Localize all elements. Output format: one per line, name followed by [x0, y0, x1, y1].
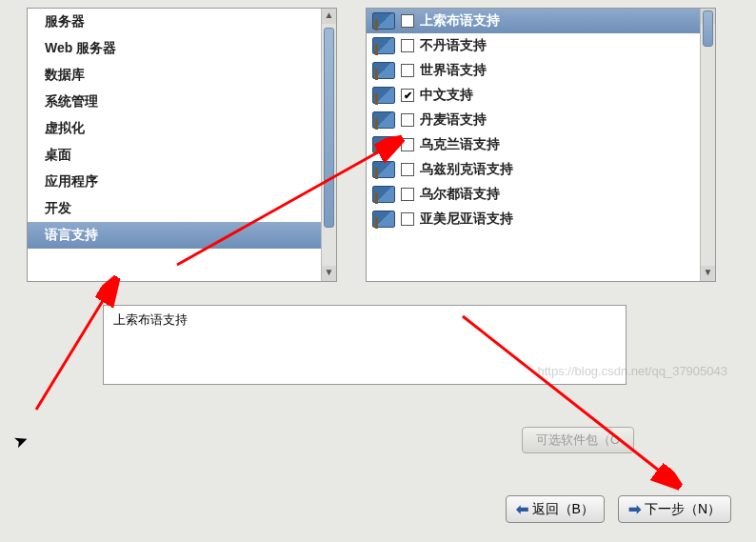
back-button[interactable]: ⬅ 返回（B）: [506, 495, 605, 523]
language-checkbox[interactable]: [401, 212, 414, 226]
category-item[interactable]: 系统管理: [28, 89, 336, 115]
scroll-down-icon[interactable]: ▼: [701, 266, 715, 281]
arrow-right-icon: ➡: [628, 500, 641, 518]
category-item[interactable]: Web 服务器: [28, 35, 336, 62]
language-item[interactable]: 乌克兰语支持: [367, 132, 715, 157]
category-item[interactable]: 应用程序: [28, 169, 336, 195]
flag-icon: [372, 37, 395, 54]
description-text: 上索布语支持: [113, 312, 188, 327]
flag-icon: [372, 87, 395, 104]
language-label: 丹麦语支持: [420, 111, 487, 129]
flag-icon: [372, 136, 395, 153]
category-item[interactable]: 桌面: [28, 142, 336, 169]
language-label: 中文支持: [420, 87, 473, 104]
category-item[interactable]: 服务器: [28, 9, 336, 35]
language-checkbox[interactable]: ✔: [401, 89, 414, 102]
cursor-icon: ➤: [10, 429, 31, 453]
scrollbar-right[interactable]: ▲ ▼: [700, 9, 715, 281]
language-checkbox[interactable]: [401, 14, 414, 28]
language-item[interactable]: 不丹语支持: [367, 33, 715, 58]
flag-icon: [372, 12, 395, 30]
flag-icon: [372, 161, 395, 178]
category-listbox[interactable]: 服务器Web 服务器数据库系统管理虚拟化桌面应用程序开发语言支持 ▲ ▼: [27, 8, 337, 282]
language-item[interactable]: 乌尔都语支持: [367, 182, 715, 207]
language-item[interactable]: 世界语支持: [367, 58, 715, 83]
language-label: 世界语支持: [420, 62, 487, 79]
language-checkbox[interactable]: [401, 64, 414, 77]
scrollbar-left[interactable]: ▲ ▼: [321, 9, 336, 281]
category-item[interactable]: 语言支持: [28, 222, 336, 249]
language-item[interactable]: 上索布语支持: [367, 9, 715, 33]
scroll-up-icon[interactable]: ▲: [322, 9, 336, 24]
flag-icon: [372, 211, 395, 228]
flag-icon: [372, 186, 395, 203]
language-label: 上索布语支持: [420, 12, 500, 30]
watermark-text: https://blog.csdn.net/qq_37905043: [538, 364, 728, 378]
category-item[interactable]: 开发: [28, 195, 336, 222]
scroll-thumb[interactable]: [324, 28, 334, 228]
next-button[interactable]: ➡ 下一步（N）: [618, 495, 731, 523]
language-label: 乌尔都语支持: [420, 186, 500, 203]
optional-packages-button[interactable]: 可选软件包（O: [522, 427, 634, 453]
language-checkbox[interactable]: [401, 113, 414, 127]
language-checkbox[interactable]: [401, 188, 414, 201]
language-label: 乌兹别克语支持: [420, 161, 513, 178]
language-item[interactable]: 亚美尼亚语支持: [367, 207, 715, 231]
language-label: 乌克兰语支持: [420, 136, 500, 153]
category-item[interactable]: 数据库: [28, 62, 336, 89]
language-checkbox[interactable]: [401, 163, 414, 176]
language-label: 不丹语支持: [420, 37, 487, 54]
language-checkbox[interactable]: [401, 39, 414, 52]
scroll-down-icon[interactable]: ▼: [322, 266, 336, 281]
language-item[interactable]: 乌兹别克语支持: [367, 157, 715, 182]
arrow-left-icon: ⬅: [516, 500, 528, 518]
flag-icon: [372, 111, 395, 129]
flag-icon: [372, 62, 395, 79]
language-item[interactable]: ✔中文支持: [367, 83, 715, 108]
category-item[interactable]: 虚拟化: [28, 115, 336, 142]
language-item[interactable]: 丹麦语支持: [367, 108, 715, 132]
scroll-thumb[interactable]: [703, 10, 713, 47]
language-listbox[interactable]: 上索布语支持不丹语支持世界语支持✔中文支持丹麦语支持乌克兰语支持乌兹别克语支持乌…: [366, 8, 716, 282]
language-label: 亚美尼亚语支持: [420, 211, 513, 228]
language-checkbox[interactable]: [401, 138, 414, 151]
